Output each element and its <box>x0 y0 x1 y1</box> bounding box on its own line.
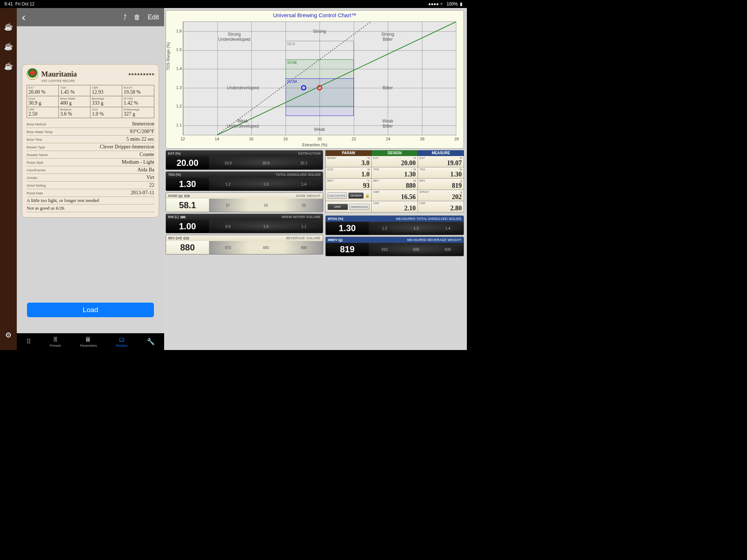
bottom-tab-bar: ⠿. 🎚Presets 🖩Parameters 🗂Recipes 🔧. <box>17 333 164 350</box>
rating-stars: ★★★★★★★★★ <box>128 72 154 76</box>
recipe-details: Brew MethodImmersionBrew Water Temp93°C/… <box>27 120 154 197</box>
status-date: Fri Oct 12 <box>15 1 35 7</box>
recipe-logo-icon <box>27 68 38 80</box>
recipe-panel: ‹ ⤴ 🗑 Edit Mauritania ★★★★★★★★★ VST COFF… <box>17 8 164 350</box>
svg-point-3 <box>302 86 306 90</box>
param-table: PARAM DESIGN MEASURE MOIST%3.0EXT%20.00E… <box>325 150 464 213</box>
param-head-param: PARAM <box>325 150 372 156</box>
status-time: 9:41 <box>4 1 13 7</box>
gauge-mbevg[interactable]: MBEV (g)MEASURED BEVERAGE WEIGHT 819 810… <box>325 237 464 256</box>
chart-x-label: Extraction (%) <box>302 143 327 147</box>
immersion-button[interactable]: IMMERSION <box>349 204 370 210</box>
load-button[interactable]: Load <box>27 303 154 317</box>
share-icon[interactable]: ⤴ <box>123 13 127 21</box>
calculate-button[interactable]: CALCULATE <box>328 192 347 199</box>
recipe-card[interactable]: Mauritania ★★★★★★★★★ VST COFFEE RECIPE E… <box>22 64 159 218</box>
battery-icon: ▮ <box>460 1 462 7</box>
gauge-doseg[interactable]: DOSE (g)SVDOSE WEIGHT 58.1 575859 <box>166 192 323 212</box>
svg-line-0 <box>217 22 456 135</box>
param-head-design: DESIGN <box>372 150 418 156</box>
cup-icon[interactable]: ☕ <box>4 23 13 31</box>
gear-icon[interactable]: ⚙ <box>4 331 13 339</box>
gauge-tds[interactable]: TDS (%)TOTAL DISSOLVED SOLIDS 1.30 1.21.… <box>166 171 323 191</box>
recipe-header: ‹ ⤴ 🗑 Edit <box>17 8 164 26</box>
param-head-measure: MEASURE <box>418 150 464 156</box>
trash-icon[interactable]: 🗑 <box>134 13 140 21</box>
mug-icon[interactable]: ☕ <box>4 62 13 70</box>
right-panel: Universal Brewing Control Chart™ TDS Ran… <box>164 8 467 350</box>
gauge-bwl[interactable]: BW (L)SVBREW WATER VOLUME 1.00 0.91.01.1 <box>166 214 323 233</box>
recipe-title: Mauritania <box>41 70 77 78</box>
edit-button[interactable]: Edit <box>148 13 159 21</box>
tab-grid-icon[interactable]: ⠿. <box>26 338 31 346</box>
design-button[interactable]: DESIGN <box>348 192 364 199</box>
wifi-icon: ●●●● ᯤ <box>428 1 444 7</box>
chart-title: Universal Brewing Control Chart™ <box>166 11 464 18</box>
tab-parameters[interactable]: 🖩Parameters <box>80 336 97 347</box>
tab-presets[interactable]: 🎚Presets <box>50 336 61 347</box>
espresso-icon[interactable]: ☕ <box>4 42 13 50</box>
chart-y-label: TDS Range (%) <box>166 42 170 70</box>
gauge-mtds[interactable]: MTDS (%)MEASURED TOTAL DISSOLVED SOLIDS … <box>325 215 464 235</box>
gauge-ext[interactable]: EXT (%)EXTRACTION 20.00 19.920.020.1 <box>166 150 323 170</box>
drip-button[interactable]: DRIP <box>328 204 348 210</box>
recipe-grid: EXT20.00 %TDS1.45 %CBR12.93M-EXT19.58 %D… <box>27 85 154 118</box>
recipe-subtitle: VST COFFEE RECIPE <box>41 79 154 83</box>
gauge-bevml[interactable]: BEV (ml)SVBEVERAGE VOLUME 880 870880890 <box>166 235 323 254</box>
tab-wrench-icon[interactable]: 🔧. <box>147 338 155 346</box>
battery-pct: 100% <box>446 1 458 7</box>
back-chevron-icon[interactable]: ‹ <box>22 11 26 23</box>
tab-recipes[interactable]: 🗂Recipes <box>116 336 128 347</box>
brewing-control-chart[interactable]: Universal Brewing Control Chart™ TDS Ran… <box>166 10 464 149</box>
lock-icon: 🔒 <box>365 194 369 198</box>
status-bar: 9:41 Fri Oct 12 ●●●● ᯤ 100% ▮ <box>0 0 467 8</box>
sidebar-rail: ☕ ☕ ☕ ⚙ <box>0 8 17 350</box>
